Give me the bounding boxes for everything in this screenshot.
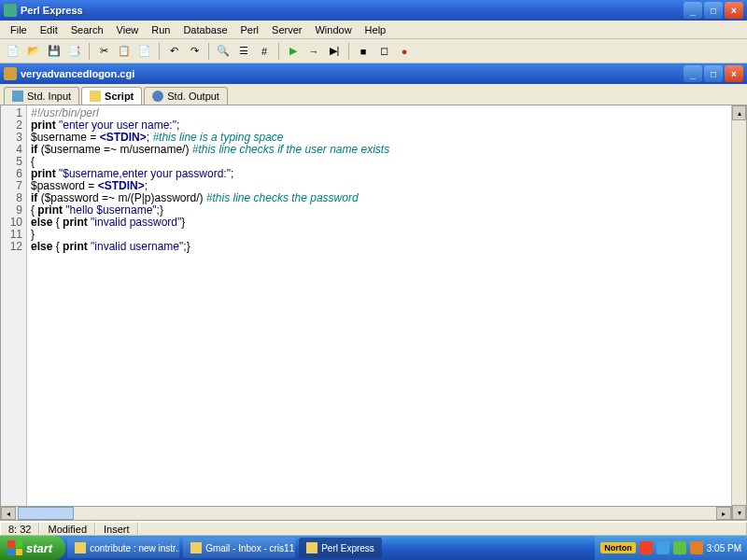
undo-icon[interactable]: ↶ (164, 42, 183, 61)
vertical-scrollbar[interactable]: ▴ ▾ (731, 105, 746, 520)
taskbar-item[interactable]: Perl Express (299, 538, 382, 558)
minimize-button[interactable]: _ (684, 2, 702, 19)
menu-edit[interactable]: Edit (34, 22, 64, 37)
document-title: veryadvancedlogon.cgi (21, 68, 684, 79)
tab-icon (12, 91, 23, 102)
tab-label: Std. Output (167, 91, 219, 102)
taskbar-item[interactable]: contribute : new instr... (67, 538, 179, 558)
menu-file[interactable]: File (4, 22, 34, 37)
windows-logo-icon (7, 540, 22, 555)
menu-window[interactable]: Window (308, 22, 358, 37)
tab-icon (152, 91, 163, 102)
menu-help[interactable]: Help (359, 22, 393, 37)
code-area[interactable]: #!/usr/bin/perlprint "enter your user na… (27, 105, 731, 520)
taskbar-item[interactable]: Gmail - Inbox - cris11... (183, 538, 295, 558)
tab-icon (90, 91, 101, 102)
status-empty (138, 522, 747, 536)
doc-close-button[interactable]: × (725, 65, 743, 82)
menu-run[interactable]: Run (145, 22, 176, 37)
menubar: FileEditSearchViewRunDatabasePerlServerW… (0, 21, 747, 39)
tab-label: Std. Input (27, 91, 71, 102)
tab-std-output[interactable]: Std. Output (144, 87, 228, 105)
clock[interactable]: 3:05 PM (707, 543, 741, 553)
taskbar-item-label: contribute : new instr... (90, 543, 179, 553)
run-icon[interactable]: ▶ (284, 42, 303, 61)
break-icon[interactable]: ◻ (374, 42, 393, 61)
app-title: Perl Express (21, 5, 684, 16)
redo-icon[interactable]: ↷ (185, 42, 204, 61)
app-icon (75, 542, 86, 553)
document-icon (4, 67, 17, 80)
doc-minimize-button[interactable]: _ (684, 65, 702, 82)
tab-label: Script (105, 91, 134, 102)
taskbar-item-label: Gmail - Inbox - cris11... (205, 543, 295, 553)
tray-icon[interactable] (656, 541, 669, 554)
find-icon[interactable]: 🔍 (214, 42, 233, 61)
document-titlebar: veryadvancedlogon.cgi _ □ × (0, 63, 747, 84)
code-line[interactable]: if ($username =~ m/username/) #this line… (31, 144, 727, 156)
norton-badge[interactable]: Norton (600, 542, 636, 553)
taskbar-item-label: Perl Express (321, 543, 374, 553)
start-button[interactable]: start (0, 536, 65, 560)
start-label: start (26, 541, 52, 555)
bookmark-icon[interactable]: ☰ (234, 42, 253, 61)
tab-std-input[interactable]: Std. Input (4, 87, 79, 105)
code-line[interactable]: else { print "invalid password"} (31, 217, 727, 229)
cut-icon[interactable]: ✂ (94, 42, 113, 61)
toolbar: 📄📂💾📑✂📋📄↶↷🔍☰#▶→▶|■◻● (0, 39, 747, 63)
menu-search[interactable]: Search (64, 22, 110, 37)
scroll-down-icon[interactable]: ▾ (732, 505, 746, 520)
system-tray: Norton 3:05 PM (595, 536, 747, 560)
record-icon[interactable]: ● (395, 42, 414, 61)
save-all-icon[interactable]: 📑 (65, 42, 84, 61)
status-modified: Modified (39, 522, 95, 536)
app-icon (190, 542, 202, 553)
tray-icon[interactable] (673, 541, 686, 554)
status-mode: Insert (95, 522, 138, 536)
line-gutter: 123456789101112 (1, 105, 27, 520)
new-file-icon[interactable]: 📄 (4, 42, 22, 61)
horizontal-scrollbar[interactable]: ◂ ▸ (0, 506, 732, 521)
menu-view[interactable]: View (110, 22, 146, 37)
copy-icon[interactable]: 📋 (115, 42, 134, 61)
menu-database[interactable]: Database (176, 22, 233, 37)
tray-icon[interactable] (690, 541, 703, 554)
maximize-button[interactable]: □ (704, 2, 723, 19)
tab-script[interactable]: Script (81, 87, 142, 105)
close-button[interactable]: × (725, 2, 743, 19)
scroll-right-icon[interactable]: ▸ (716, 507, 731, 520)
scroll-up-icon[interactable]: ▴ (732, 105, 746, 120)
open-file-icon[interactable]: 📂 (24, 42, 43, 61)
app-icon (306, 542, 317, 553)
line-number: 12 (1, 241, 22, 253)
arrow-icon[interactable]: → (304, 42, 323, 61)
statusbar: 8: 32 Modified Insert (0, 521, 747, 536)
app-titlebar: Perl Express _ □ × (0, 0, 747, 21)
run-to-icon[interactable]: ▶| (325, 42, 344, 61)
menu-server[interactable]: Server (265, 22, 308, 37)
taskbar: start contribute : new instr...Gmail - I… (0, 536, 747, 560)
status-position: 8: 32 (0, 522, 39, 536)
tabs: Std. InputScriptStd. Output (0, 84, 747, 105)
scroll-left-icon[interactable]: ◂ (1, 507, 16, 520)
hash-icon[interactable]: # (255, 42, 274, 61)
paste-icon[interactable]: 📄 (135, 42, 154, 61)
tray-icon[interactable] (640, 541, 653, 554)
doc-maximize-button[interactable]: □ (704, 65, 723, 82)
app-icon (4, 4, 17, 17)
editor: 123456789101112 #!/usr/bin/perlprint "en… (0, 105, 747, 521)
stop-icon[interactable]: ■ (354, 42, 373, 61)
save-icon[interactable]: 💾 (45, 42, 63, 61)
code-line[interactable]: else { print "invalid username";} (31, 241, 727, 253)
menu-perl[interactable]: Perl (234, 22, 266, 37)
scroll-thumb[interactable] (18, 507, 74, 520)
